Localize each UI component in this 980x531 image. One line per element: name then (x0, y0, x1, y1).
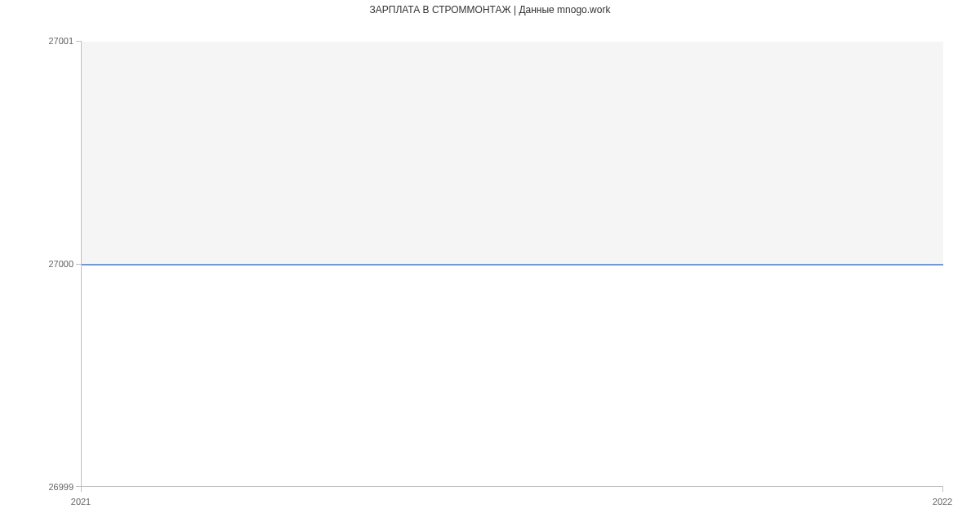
gridline-h-top (82, 41, 943, 42)
y-tick (76, 41, 81, 42)
y-tick (76, 264, 81, 265)
series-area-fill (82, 265, 943, 486)
chart-title: ЗАРПЛАТА В СТРОММОНТАЖ | Данные mnogo.wo… (0, 4, 980, 16)
plot-area (81, 41, 943, 487)
x-tick (942, 487, 943, 492)
x-axis-label: 2021 (71, 497, 91, 506)
y-axis-label: 26999 (48, 482, 74, 492)
y-axis-label: 27000 (48, 259, 74, 269)
y-axis-label: 27001 (48, 36, 74, 46)
series-line (82, 264, 943, 266)
chart-container: ЗАРПЛАТА В СТРОММОНТАЖ | Данные mnogo.wo… (0, 0, 980, 531)
x-tick (81, 487, 82, 492)
x-axis-label: 2022 (933, 497, 952, 506)
